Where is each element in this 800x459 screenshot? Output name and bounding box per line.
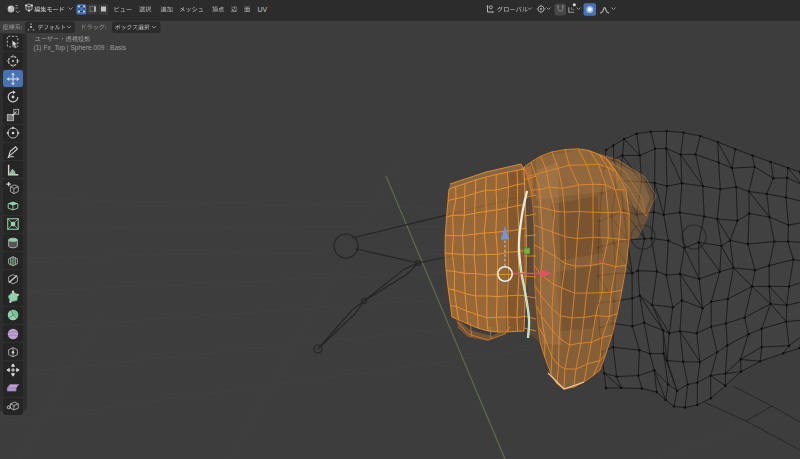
svg-text:(1) Fx_Top | Sphere.009 : Basi: (1) Fx_Top | Sphere.009 : Basis xyxy=(34,44,127,52)
svg-text:UV: UV xyxy=(258,6,268,13)
